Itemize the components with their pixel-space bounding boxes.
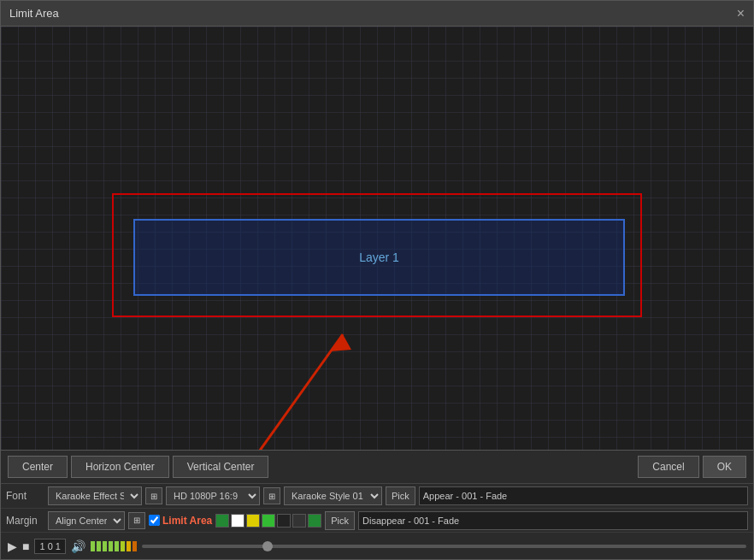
swatch-yellow[interactable] [246, 514, 260, 528]
swatch-black-2[interactable] [292, 514, 306, 528]
center-button[interactable]: Center [8, 456, 68, 478]
vol-seg-6 [121, 541, 125, 551]
window-title: Limit Area [9, 7, 59, 20]
time-display: 1 0 1 [34, 539, 65, 554]
playback-row: ▶ ■ 1 0 1 🔊 [1, 532, 753, 559]
stop-button[interactable]: ■ [22, 539, 29, 553]
limit-area-label[interactable]: Limit Area [162, 515, 212, 527]
vol-seg-8 [133, 541, 137, 551]
vol-seg-2 [97, 541, 101, 551]
font-row: Font Karaoke Effect St ⊞ HD 1080P 16:9 ⊞… [1, 484, 753, 508]
layer-box[interactable]: Layer 1 [133, 219, 625, 296]
appear-field[interactable]: Appear - 001 - Fade [419, 486, 748, 505]
vol-seg-3 [103, 541, 107, 551]
progress-slider-thumb[interactable] [262, 541, 273, 551]
vol-seg-1 [91, 541, 95, 551]
font-icon-btn[interactable]: ⊞ [145, 487, 162, 504]
swatch-green[interactable] [262, 514, 275, 528]
progress-slider-track[interactable] [142, 545, 746, 548]
vol-seg-7 [127, 541, 131, 551]
limit-area-checkbox[interactable] [149, 515, 160, 526]
margin-label: Margin [6, 515, 44, 527]
resolution-dropdown[interactable]: HD 1080P 16:9 [166, 486, 260, 505]
ok-button[interactable]: OK [703, 456, 746, 478]
font-pick-button[interactable]: Pick [386, 486, 415, 505]
toolbar-buttons-row: Center Horizon Center Vertical Center Ca… [1, 451, 753, 484]
layer-label: Layer 1 [359, 251, 399, 264]
cancel-button[interactable]: Cancel [638, 456, 698, 478]
swatch-group [215, 514, 321, 528]
font-dropdown[interactable]: Karaoke Effect St [48, 486, 142, 505]
swatch-green-dark[interactable] [215, 514, 229, 528]
volume-button[interactable]: 🔊 [71, 539, 85, 553]
style-dropdown[interactable]: Karaoke Style 01 & 01 [284, 486, 382, 505]
margin-row: Margin Align Center ⊞ Limit Area Pick [1, 508, 753, 532]
limit-area-check-area: Limit Area [149, 515, 212, 527]
disappear-pick-button[interactable]: Pick [325, 511, 355, 530]
disappear-field[interactable] [358, 511, 748, 530]
close-button[interactable]: × [737, 7, 745, 21]
vol-seg-4 [109, 541, 113, 551]
toolbar: Center Horizon Center Vertical Center Ca… [1, 450, 753, 559]
resolution-icon-btn[interactable]: ⊞ [263, 487, 280, 504]
swatch-white[interactable] [231, 514, 244, 528]
horizon-center-button[interactable]: Horizon Center [71, 456, 169, 478]
vertical-center-button[interactable]: Vertical Center [173, 456, 269, 478]
swatch-green-2[interactable] [308, 514, 321, 528]
align-dropdown[interactable]: Align Center [48, 511, 125, 530]
swatch-black-1[interactable] [277, 514, 291, 528]
main-window: Limit Area × Layer 1 Center Horizon Cent… [0, 0, 754, 560]
vol-seg-5 [115, 541, 119, 551]
title-bar: Limit Area × [1, 1, 753, 27]
align-icon-btn[interactable]: ⊞ [128, 512, 145, 529]
font-label: Font [6, 490, 44, 502]
play-button[interactable]: ▶ [8, 539, 17, 553]
canvas-area: Layer 1 [1, 27, 753, 450]
volume-bar [91, 539, 137, 553]
